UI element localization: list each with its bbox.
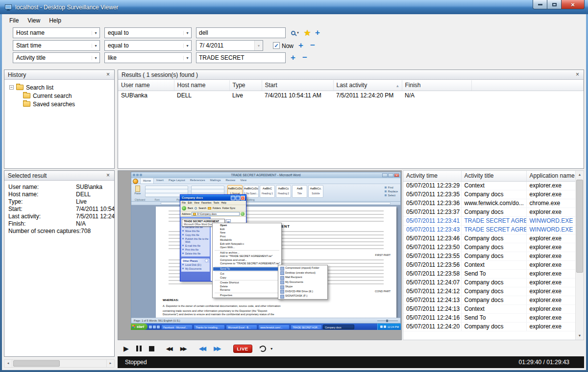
table-cell[interactable]: 05/07/2011 12:23:46 — [403, 234, 461, 243]
column-header-type[interactable]: Type — [229, 80, 262, 91]
table-cell[interactable]: 05/07/2011 12:23:37 — [403, 208, 461, 216]
filter3-operator-select[interactable]: like ▾ — [104, 52, 192, 63]
filter2-operator-select[interactable]: equal to ▾ — [104, 40, 192, 51]
table-row[interactable]: 05/07/2011 12:23:56Contextexplorer.exe — [403, 260, 576, 269]
menu-view[interactable]: View — [23, 16, 45, 25]
table-cell[interactable]: Context — [461, 304, 526, 313]
table-cell[interactable]: explorer.exe — [526, 322, 576, 331]
table-row[interactable]: 05/07/2011 12:24:13Contextexplorer.exe — [403, 304, 576, 313]
scroll-right-button[interactable]: ► — [106, 360, 114, 367]
table-row[interactable]: 05/07/2011 12:23:58Send Toexplorer.exe — [403, 269, 576, 278]
table-cell[interactable]: WINWORD.EXE — [526, 216, 576, 225]
filter3-value-input[interactable] — [196, 52, 286, 63]
playback-mode-caret[interactable]: ▼ — [270, 347, 273, 350]
skip-forward-button[interactable]: ▶▶ — [214, 345, 221, 352]
table-cell[interactable]: Company docs — [461, 278, 526, 287]
column-header-activity-time[interactable]: Activity time — [403, 171, 461, 181]
run-search-button[interactable]: ▾ — [288, 29, 302, 37]
table-cell[interactable]: www.fenwick.com/do... — [461, 199, 526, 208]
table-cell[interactable]: explorer.exe — [526, 252, 576, 260]
remove-criteria-button-3[interactable]: − — [301, 53, 309, 63]
table-row[interactable]: 05/07/2011 12:23:50Company docsexplorer.… — [403, 243, 576, 252]
minimize-button[interactable] — [533, 0, 547, 9]
titlebar[interactable]: localhost - Desktop Surveillance Viewer … — [0, 0, 588, 14]
table-cell[interactable]: Company docs — [461, 287, 526, 296]
table-cell[interactable] — [471, 91, 584, 100]
table-cell[interactable]: explorer.exe — [526, 181, 576, 190]
table-cell[interactable]: explorer.exe — [526, 234, 576, 243]
table-cell[interactable]: Send To — [461, 313, 526, 322]
scrollbar-thumb[interactable] — [576, 180, 583, 273]
table-row[interactable]: 05/07/2011 12:23:55Company docsexplorer.… — [403, 252, 576, 260]
table-cell[interactable]: explorer.exe — [526, 260, 576, 269]
add-criteria-button-3[interactable]: + — [289, 53, 297, 63]
table-cell[interactable]: explorer.exe — [526, 313, 576, 322]
collapse-icon[interactable]: − — [9, 85, 14, 90]
close-button[interactable]: × — [562, 0, 585, 9]
table-row[interactable]: 05/07/2011 12:23:41TRADE SECRET AGREE...… — [403, 216, 576, 225]
table-cell[interactable]: 05/07/2011 12:24:12 — [403, 287, 461, 296]
tree-item-saved-searches[interactable]: Saved searches — [9, 100, 114, 108]
menu-help[interactable]: Help — [45, 16, 66, 25]
column-header-finish[interactable]: Finish — [402, 80, 471, 91]
table-row[interactable]: 05/07/2011 12:24:07Company docsexplorer.… — [403, 278, 576, 287]
now-checkbox-label[interactable]: Now — [282, 43, 294, 49]
table-row[interactable]: 05/07/2011 12:23:46Company docsexplorer.… — [403, 234, 576, 243]
column-header-user-name[interactable]: User name — [118, 80, 174, 91]
close-icon[interactable]: × — [104, 71, 112, 79]
table-cell[interactable]: Company docs — [461, 322, 526, 331]
fast-forward-button[interactable]: ▶▶ — [180, 346, 187, 352]
table-cell[interactable]: Company docs — [461, 208, 526, 216]
table-cell[interactable]: 05/07/2011 12:23:56 — [403, 260, 461, 269]
table-cell[interactable]: explorer.exe — [526, 269, 576, 278]
table-cell[interactable]: DELL — [174, 91, 229, 100]
scroll-left-button[interactable]: ◄ — [4, 360, 12, 367]
playback-mode-button[interactable] — [260, 346, 268, 352]
table-cell[interactable]: Context — [461, 181, 526, 190]
table-cell[interactable]: 05/07/2011 12:24:07 — [403, 278, 461, 287]
table-cell[interactable]: 05/07/2011 12:23:36 — [403, 199, 461, 208]
save-search-button[interactable]: ★ — [302, 28, 312, 38]
table-cell[interactable]: explorer.exe — [526, 296, 576, 304]
column-header-host-name[interactable]: Host name — [174, 80, 229, 91]
table-cell[interactable]: WINWORD.EXE — [526, 225, 576, 234]
table-cell[interactable]: Company docs — [461, 243, 526, 252]
filter1-field-select[interactable]: Host name ▾ — [13, 27, 100, 38]
now-checkbox[interactable]: ✓ — [273, 42, 280, 49]
table-row[interactable]: 05/07/2011 12:24:16Send Toexplorer.exe — [403, 313, 576, 322]
table-cell[interactable]: TRADE SECRET AGREE... — [461, 225, 526, 234]
close-icon[interactable]: × — [573, 71, 582, 79]
pause-button[interactable] — [136, 346, 142, 351]
play-button[interactable]: ▶ — [123, 345, 129, 352]
tree-item-current-search[interactable]: Current search — [9, 92, 114, 100]
table-cell[interactable]: explorer.exe — [526, 190, 576, 199]
tree-item-search-list[interactable]: − Search list — [9, 83, 114, 92]
rewind-button[interactable]: ◀◀ — [166, 346, 173, 352]
filter3-field-select[interactable]: Activity title ▾ — [13, 52, 100, 63]
stop-button[interactable] — [149, 346, 154, 351]
table-cell[interactable]: 05/07/2011 12:23:58 — [403, 269, 461, 278]
table-row[interactable]: 05/07/2011 12:23:29Contextexplorer.exe — [403, 181, 576, 190]
scroll-up-button[interactable]: ▲ — [576, 171, 584, 179]
table-row[interactable]: 05/07/2011 12:24:12Company docsexplorer.… — [403, 287, 576, 296]
table-cell[interactable]: 05/07/2011 12:23:43 — [403, 225, 461, 234]
table-cell[interactable]: 7/4/2011 10:54:11 AM — [262, 91, 333, 100]
filter1-value-input[interactable] — [196, 27, 286, 38]
table-row[interactable]: 05/07/2011 12:23:43TRADE SECRET AGREE...… — [403, 225, 576, 234]
table-cell[interactable]: 7/5/2011 12:24:20 PM — [333, 91, 402, 100]
start-date-picker[interactable]: 7/ 4/2011 ▾ — [196, 40, 263, 51]
table-cell[interactable]: Company docs — [461, 252, 526, 260]
live-button[interactable]: LIVE — [233, 345, 252, 353]
add-criteria-button-1[interactable]: + — [314, 28, 321, 38]
column-header-last-activity[interactable]: Last activity▴ — [333, 80, 402, 91]
table-row[interactable]: 05/07/2011 12:23:35Company docsexplorer.… — [403, 190, 576, 199]
table-cell[interactable]: explorer.exe — [526, 287, 576, 296]
table-row[interactable]: 05/07/2011 12:23:36www.fenwick.com/do...… — [403, 199, 576, 208]
calendar-dropdown-icon[interactable]: ▾ — [254, 41, 263, 50]
table-cell[interactable]: explorer.exe — [526, 208, 576, 216]
table-cell[interactable]: N/A — [402, 91, 471, 100]
menu-file[interactable]: File — [5, 16, 23, 25]
column-header-application-name[interactable]: Application name — [526, 171, 576, 181]
remove-criteria-button-2[interactable]: − — [309, 41, 317, 50]
table-row[interactable]: 05/07/2011 12:24:20Company docsexplorer.… — [403, 322, 576, 331]
